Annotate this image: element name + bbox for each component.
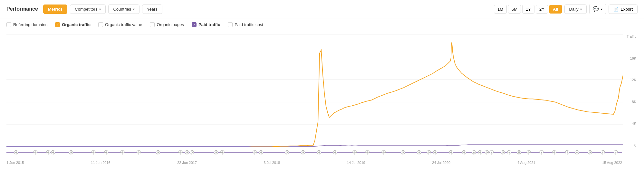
svg-text:G: G xyxy=(366,151,368,154)
chart-svg xyxy=(6,34,623,147)
svg-text:G: G xyxy=(334,151,336,154)
metrics-button[interactable]: Metrics xyxy=(43,5,68,14)
y-label-8k: 8K xyxy=(623,100,636,104)
paid-checkmark-icon: ✓ xyxy=(193,23,196,26)
paid-traffic-cost-label: Paid traffic cost xyxy=(235,22,263,27)
metrics-row: Referring domains ✓ Organic traffic Orga… xyxy=(0,18,644,31)
page-title: Performance xyxy=(6,6,38,12)
header-left: Performance Metrics Competitors ▾ Countr… xyxy=(6,5,162,14)
svg-text:E: E xyxy=(518,151,520,154)
interval-button[interactable]: Daily ▾ xyxy=(564,5,587,14)
x-label-2015: 1 Jun 2015 xyxy=(6,161,24,165)
countries-chevron-icon: ▾ xyxy=(133,7,135,11)
svg-text:G: G xyxy=(434,151,436,154)
svg-text:G: G xyxy=(260,151,262,154)
metric-organic-pages[interactable]: Organic pages xyxy=(150,22,184,27)
svg-text:z: z xyxy=(541,151,542,154)
x-axis: 1 Jun 2015 11 Jun 2016 22 Jun 2017 3 Jul… xyxy=(6,161,622,165)
x-label-2017: 22 Jun 2017 xyxy=(177,161,197,165)
chart-area: Traffic 16K 12K 8K 4K 0 G G G G G xyxy=(0,31,644,179)
metric-organic-traffic-value[interactable]: Organic traffic value xyxy=(98,22,142,27)
metric-organic-traffic[interactable]: ✓ Organic traffic xyxy=(55,22,91,27)
checkmark-icon: ✓ xyxy=(56,23,59,26)
svg-text:G: G xyxy=(179,151,181,154)
y-label-0: 0 xyxy=(623,143,636,147)
organic-traffic-checkbox[interactable]: ✓ xyxy=(55,22,60,27)
referring-domains-label: Referring domains xyxy=(13,22,47,27)
time-range-group: 1M 6M 1Y 2Y All xyxy=(494,5,562,14)
svg-text:G: G xyxy=(589,151,591,154)
range-6m-button[interactable]: 6M xyxy=(508,5,521,14)
range-2y-button[interactable]: 2Y xyxy=(536,5,548,14)
range-all-button[interactable]: All xyxy=(549,5,562,14)
svg-text:G: G xyxy=(479,151,481,154)
x-label-2022: 15 Aug 2022 xyxy=(602,161,622,165)
y-label-12k: 12K xyxy=(623,78,636,82)
svg-text:G: G xyxy=(186,151,188,154)
svg-text:G: G xyxy=(157,151,159,154)
svg-text:G: G xyxy=(15,151,17,154)
paid-traffic-checkbox[interactable]: ✓ xyxy=(192,22,197,27)
svg-text:G: G xyxy=(215,151,217,154)
comment-button[interactable]: 💬 ▾ xyxy=(589,4,606,14)
svg-text:c: c xyxy=(615,151,616,154)
header-right: 1M 6M 1Y 2Y All Daily ▾ 💬 ▾ 📄 Export xyxy=(494,4,638,14)
comment-icon: 💬 xyxy=(593,6,599,12)
organic-pages-checkbox[interactable] xyxy=(150,22,155,27)
svg-text:G: G xyxy=(254,151,255,154)
paid-traffic-line xyxy=(6,145,623,147)
svg-text:G: G xyxy=(105,151,107,154)
svg-text:a: a xyxy=(473,151,475,154)
svg-text:G: G xyxy=(318,151,320,154)
range-1m-button[interactable]: 1M xyxy=(494,5,507,14)
referring-domains-checkbox[interactable] xyxy=(6,22,11,27)
svg-text:G: G xyxy=(528,151,530,154)
interval-chevron-icon: ▾ xyxy=(580,7,582,11)
metric-paid-traffic-cost[interactable]: Paid traffic cost xyxy=(228,22,263,27)
svg-text:a: a xyxy=(509,151,510,154)
svg-text:G: G xyxy=(221,151,223,154)
svg-text:G: G xyxy=(353,151,355,154)
y-axis: Traffic 16K 12K 8K 4K 0 xyxy=(623,34,638,147)
y-label-16k: 16K xyxy=(623,56,636,60)
svg-text:G: G xyxy=(418,151,420,154)
organic-pages-label: Organic pages xyxy=(157,22,184,27)
metric-paid-traffic[interactable]: ✓ Paid traffic xyxy=(192,22,220,27)
organic-traffic-value-label: Organic traffic value xyxy=(105,22,142,27)
event-markers-row: G G G G G G G G G G G G G G G xyxy=(6,150,622,155)
svg-text:G: G xyxy=(286,151,288,154)
chart-inner: Traffic 16K 12K 8K 4K 0 G G G G G xyxy=(6,34,638,170)
y-label-traffic: Traffic xyxy=(623,34,636,38)
countries-button[interactable]: Countries ▾ xyxy=(108,5,139,14)
organic-traffic-value-checkbox[interactable] xyxy=(98,22,103,27)
years-button[interactable]: Years xyxy=(142,5,162,14)
svg-text:G: G xyxy=(121,151,123,154)
svg-text:G: G xyxy=(47,151,49,154)
export-icon: 📄 xyxy=(613,7,619,12)
x-label-2019: 14 Jul 2019 xyxy=(347,161,365,165)
x-label-2021: 4 Aug 2021 xyxy=(517,161,535,165)
x-label-2020: 24 Jul 2020 xyxy=(432,161,450,165)
svg-text:G: G xyxy=(428,151,430,154)
paid-traffic-cost-checkbox[interactable] xyxy=(228,22,233,27)
export-button[interactable]: 📄 Export xyxy=(609,5,638,14)
svg-text:G: G xyxy=(191,151,193,154)
header-bar: Performance Metrics Competitors ▾ Countr… xyxy=(0,0,644,18)
svg-text:G: G xyxy=(382,151,384,154)
svg-text:G: G xyxy=(302,151,304,154)
svg-text:G: G xyxy=(138,151,139,154)
competitors-chevron-icon: ▾ xyxy=(99,7,101,11)
svg-text:G: G xyxy=(502,151,504,154)
event-markers-svg: G G G G G G G G G G G G G G G xyxy=(6,150,622,155)
svg-text:G: G xyxy=(486,151,488,154)
range-1y-button[interactable]: 1Y xyxy=(522,5,534,14)
comment-chevron-icon: ▾ xyxy=(601,7,602,11)
organic-traffic-line xyxy=(6,43,623,147)
competitors-button[interactable]: Competitors ▾ xyxy=(70,5,106,14)
svg-text:G: G xyxy=(70,151,72,154)
svg-text:G: G xyxy=(34,151,36,154)
metric-referring-domains[interactable]: Referring domains xyxy=(6,22,47,27)
y-label-4k: 4K xyxy=(623,121,636,125)
organic-traffic-label: Organic traffic xyxy=(62,22,91,27)
x-label-2016: 11 Jun 2016 xyxy=(91,161,111,165)
